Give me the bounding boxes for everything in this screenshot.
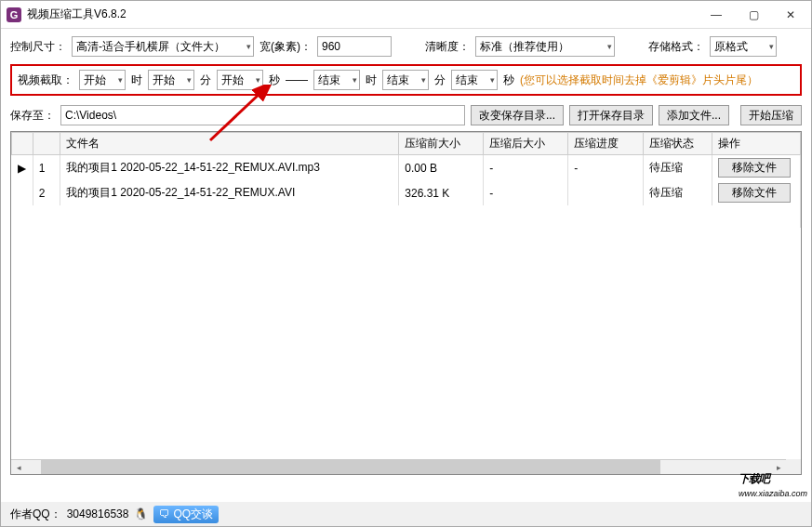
chevron-down-icon: ▾ <box>187 75 192 85</box>
qq-chat-button[interactable]: 🗨 QQ交谈 <box>153 506 219 523</box>
row-progress: - <box>568 155 643 181</box>
clip-hint: (您可以选择截取时间去掉《爱剪辑》片头片尾） <box>520 72 758 88</box>
start-minute-select[interactable]: 开始▾ <box>148 70 194 90</box>
col-name[interactable]: 文件名 <box>60 133 399 155</box>
format-value: 原格式 <box>714 39 748 55</box>
row-after: - <box>484 155 568 181</box>
row-progress <box>568 180 643 205</box>
scroll-thumb[interactable] <box>41 460 660 474</box>
col-after[interactable]: 压缩后大小 <box>484 133 568 155</box>
clarity-select[interactable]: 标准（推荐使用） ▾ <box>475 36 615 57</box>
change-dir-button[interactable]: 改变保存目录... <box>471 105 564 125</box>
row-before: 0.00 B <box>399 155 484 181</box>
end-second-select[interactable]: 结束▾ <box>451 70 498 90</box>
chevron-down-icon: ▾ <box>421 75 426 85</box>
col-status[interactable]: 压缩状态 <box>643 133 712 155</box>
row-index: 2 <box>33 180 60 205</box>
size-label: 控制尺寸： <box>10 39 66 55</box>
col-index <box>33 133 60 155</box>
maximize-button[interactable]: ▢ <box>735 1 772 29</box>
file-table: 文件名 压缩前大小 压缩后大小 压缩进度 压缩状态 操作 ▶ 1 我的项目1 2… <box>11 132 801 228</box>
second-label: 秒 <box>269 72 280 88</box>
save-row: 保存至： C:\Videos\ 改变保存目录... 打开保存目录 添加文件...… <box>10 105 802 125</box>
chevron-down-icon: ▾ <box>490 75 495 85</box>
second-label: 秒 <box>503 72 514 88</box>
chevron-down-icon: ▾ <box>769 42 774 51</box>
window-title: 视频压缩工具V6.8.2 <box>27 7 698 22</box>
width-input[interactable]: 960 <box>317 36 392 57</box>
file-table-container: 文件名 压缩前大小 压缩后大小 压缩进度 压缩状态 操作 ▶ 1 我的项目1 2… <box>10 131 802 475</box>
hour-label: 时 <box>131 72 142 88</box>
size-value: 高清-适合手机横屏（文件大） <box>76 39 225 55</box>
minimize-button[interactable]: — <box>698 1 735 29</box>
remove-file-button[interactable]: 移除文件 <box>718 183 791 203</box>
control-row: 控制尺寸： 高清-适合手机横屏（文件大） ▾ 宽(象素)： 960 清晰度： 标… <box>10 36 802 57</box>
clip-divider: —— <box>286 73 308 86</box>
clip-label: 视频截取： <box>18 72 73 88</box>
watermark: 下载吧 www.xiazaiba.com <box>739 459 807 498</box>
chevron-down-icon: ▾ <box>246 42 251 51</box>
end-hour-select[interactable]: 结束▾ <box>313 70 360 90</box>
width-label: 宽(象素)： <box>260 39 312 55</box>
row-indicator <box>12 180 33 205</box>
col-before[interactable]: 压缩前大小 <box>399 133 484 155</box>
empty-area <box>12 205 801 228</box>
clarity-value: 标准（推荐使用） <box>480 39 569 55</box>
qq-icon: 🗨 <box>159 507 170 520</box>
start-compress-button[interactable]: 开始压缩 <box>740 105 802 125</box>
row-action-cell: 移除文件 <box>712 180 800 205</box>
size-select[interactable]: 高清-适合手机横屏（文件大） ▾ <box>72 36 254 57</box>
format-label: 存储格式： <box>648 39 704 55</box>
close-button[interactable]: ✕ <box>772 1 809 29</box>
width-value: 960 <box>322 40 340 53</box>
author-label: 作者QQ： <box>10 507 61 522</box>
start-second-select[interactable]: 开始▾ <box>217 70 263 90</box>
horizontal-scrollbar[interactable]: ◂ ▸ <box>11 459 786 474</box>
watermark-url: www.xiazaiba.com <box>739 489 807 498</box>
clarity-label: 清晰度： <box>425 39 470 55</box>
titlebar: G 视频压缩工具V6.8.2 — ▢ ✕ <box>1 1 811 29</box>
minute-label: 分 <box>434 72 446 88</box>
chevron-down-icon: ▾ <box>353 75 357 85</box>
row-before: 326.31 K <box>399 180 484 205</box>
chevron-down-icon: ▾ <box>256 75 260 85</box>
author-qq: 3049816538 <box>67 507 129 520</box>
chevron-down-icon: ▾ <box>118 75 123 85</box>
row-index: 1 <box>33 155 60 181</box>
app-icon: G <box>7 7 21 22</box>
row-after: - <box>484 180 568 205</box>
table-row[interactable]: ▶ 1 我的项目1 2020-05-22_14-51-22_REMUX.AVI.… <box>12 155 801 181</box>
watermark-text: 下载吧 <box>739 472 769 485</box>
minute-label: 分 <box>200 72 211 88</box>
col-indicator <box>12 133 33 155</box>
save-path-input[interactable]: C:\Videos\ <box>60 105 465 125</box>
open-dir-button[interactable]: 打开保存目录 <box>569 105 653 125</box>
col-action[interactable]: 操作 <box>712 133 800 155</box>
clip-row: 视频截取： 开始▾ 时 开始▾ 分 开始▾ 秒 —— 结束▾ 时 结束▾ 分 结… <box>10 64 802 96</box>
table-row[interactable]: 2 我的项目1 2020-05-22_14-51-22_REMUX.AVI 32… <box>12 180 801 205</box>
start-hour-select[interactable]: 开始▾ <box>79 70 126 90</box>
col-progress[interactable]: 压缩进度 <box>568 133 643 155</box>
format-select[interactable]: 原格式 ▾ <box>710 36 777 57</box>
add-file-button[interactable]: 添加文件... <box>659 105 729 125</box>
row-filename: 我的项目1 2020-05-22_14-51-22_REMUX.AVI <box>60 180 399 205</box>
row-action-cell: 移除文件 <box>712 155 800 181</box>
footer: 作者QQ： 3049816538 🐧 🗨 QQ交谈 <box>1 502 811 526</box>
save-label: 保存至： <box>10 108 55 124</box>
row-status: 待压缩 <box>643 180 712 205</box>
qq-penguin-icon: 🐧 <box>134 507 148 520</box>
row-filename: 我的项目1 2020-05-22_14-51-22_REMUX.AVI.mp3 <box>60 155 399 181</box>
hour-label: 时 <box>366 72 377 88</box>
chevron-down-icon: ▾ <box>607 42 612 51</box>
end-minute-select[interactable]: 结束▾ <box>382 70 429 90</box>
row-indicator: ▶ <box>12 155 33 181</box>
scroll-left-icon[interactable]: ◂ <box>11 460 26 474</box>
remove-file-button[interactable]: 移除文件 <box>718 158 791 178</box>
row-status: 待压缩 <box>643 155 712 181</box>
